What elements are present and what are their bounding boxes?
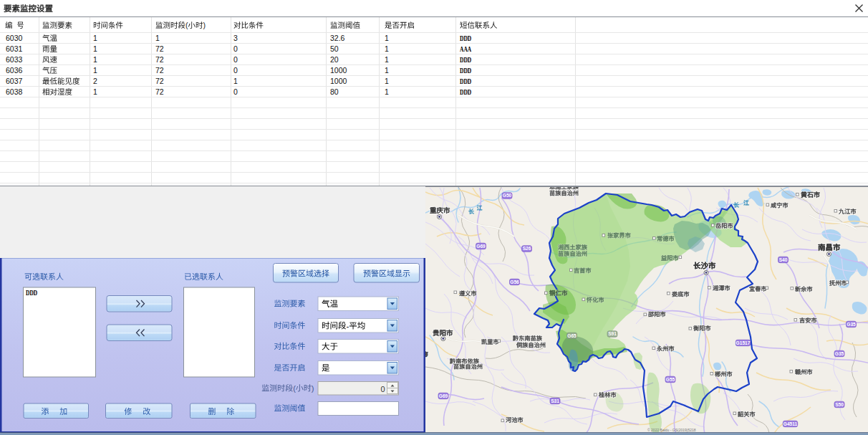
svg-text:1: 1 [93,44,97,53]
svg-text:1: 1 [93,34,97,42]
svg-text:72: 72 [155,44,164,53]
svg-text:72: 72 [155,55,164,64]
svg-text:G35: G35 [847,322,856,327]
svg-text:72: 72 [155,87,164,96]
svg-text:DDD: DDD [26,289,37,297]
svg-text:6037: 6037 [6,77,23,85]
svg-text:(: ( [185,21,188,29]
svg-text:0: 0 [380,385,385,393]
svg-text:G1517: G1517 [736,340,751,345]
svg-text:72: 72 [155,66,164,75]
svg-text:6038: 6038 [6,87,23,96]
svg-text:S31: S31 [551,398,559,403]
svg-text:1: 1 [385,55,389,64]
svg-text:S40: S40 [779,257,788,262]
svg-text:G35: G35 [835,351,844,356]
svg-text:): ) [312,384,314,393]
svg-text:): ) [203,21,206,29]
svg-text:G50: G50 [503,193,512,198]
svg-text:3: 3 [233,34,238,42]
svg-text:6036: 6036 [6,66,23,75]
svg-text:(: ( [293,384,296,393]
svg-text:2: 2 [93,77,97,85]
svg-text:G4511: G4511 [783,421,798,426]
svg-text:1: 1 [385,87,389,96]
svg-text:DDD: DDD [460,34,471,43]
svg-text:-: - [347,322,349,330]
svg-text:50: 50 [330,44,339,53]
svg-text:1: 1 [93,66,97,75]
svg-text:0: 0 [233,55,238,64]
svg-text:G56: G56 [510,279,519,285]
svg-text:S26: S26 [523,246,531,251]
svg-text:DDD: DDD [460,67,471,75]
svg-text:G69: G69 [439,393,448,398]
svg-text:1000: 1000 [330,77,347,85]
svg-text:1: 1 [93,55,97,64]
svg-text:G69: G69 [476,244,486,249]
svg-text:1: 1 [385,44,389,53]
svg-text:1: 1 [385,66,389,75]
svg-text:1000: 1000 [330,66,347,75]
svg-text:6031: 6031 [6,44,23,53]
svg-text:DDD: DDD [460,56,471,64]
svg-text:0: 0 [233,66,238,75]
svg-text:S50: S50 [835,402,844,407]
svg-text:AAA: AAA [460,45,471,54]
svg-text:20: 20 [330,55,339,64]
svg-text:1: 1 [385,77,389,85]
svg-text:G55: G55 [666,377,675,382]
svg-text:0: 0 [233,87,238,96]
svg-text:S91: S91 [608,331,617,336]
svg-text:72: 72 [155,77,164,85]
svg-text:6033: 6033 [6,55,23,64]
svg-text:DDD: DDD [460,77,471,86]
svg-text:G65: G65 [567,333,577,338]
svg-text:1: 1 [155,34,160,42]
svg-text:DDD: DDD [460,88,471,97]
svg-text:0: 0 [233,44,238,53]
svg-text:6030: 6030 [6,34,23,42]
svg-text:© 2022 Baidu - GS(2019)5218: © 2022 Baidu - GS(2019)5218 [647,428,696,432]
svg-text:1: 1 [93,87,97,96]
svg-text:32.6: 32.6 [330,34,345,42]
svg-text:1: 1 [385,34,389,42]
svg-text:1: 1 [233,77,238,85]
svg-text:80: 80 [330,87,339,96]
